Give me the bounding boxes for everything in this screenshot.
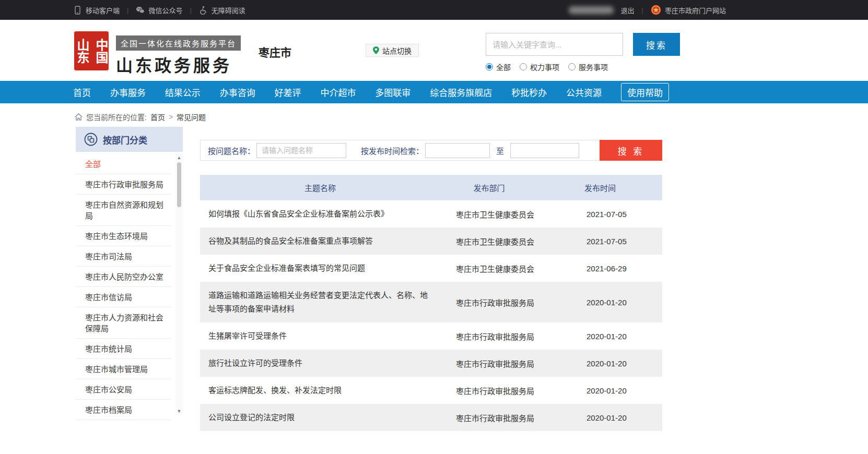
- table-row[interactable]: 公司设立登记的法定时限 枣庄市行政审批服务局 2020-01-20: [200, 404, 662, 431]
- sidebar-header: 按部门分类: [76, 127, 183, 152]
- date-cell: 2021-06-29: [538, 264, 662, 273]
- home-icon: [75, 113, 83, 121]
- nav-item[interactable]: 综合服务旗舰店: [430, 86, 492, 99]
- question-name-input[interactable]: [256, 143, 346, 158]
- sidebar-item[interactable]: 枣庄市自然资源和规划局: [76, 195, 171, 226]
- date-cell: 2020-01-20: [538, 298, 662, 307]
- seal-right-chars: 中国: [93, 39, 109, 64]
- sidebar-item[interactable]: 枣庄市人民防空办公室: [76, 267, 171, 287]
- nav-item[interactable]: 办事服务: [110, 86, 146, 99]
- sidebar-item[interactable]: 枣庄市公安局: [76, 379, 171, 400]
- category-icon: [84, 133, 98, 146]
- nav-item[interactable]: 秒批秒办: [511, 86, 547, 99]
- question-title-link[interactable]: 公司设立登记的法定时限: [200, 404, 440, 431]
- question-title-link[interactable]: 客运标志牌配发、换发、补发法定时限: [200, 377, 440, 404]
- sidebar-item[interactable]: 枣庄市城市管理局: [76, 359, 171, 379]
- scrollbar-thumb[interactable]: [177, 162, 181, 207]
- nav-item[interactable]: 首页: [73, 86, 91, 99]
- national-emblem-icon: [651, 5, 661, 15]
- radio-icon: [520, 63, 527, 70]
- scope-label: 服务事项: [579, 62, 608, 72]
- sidebar-item[interactable]: 枣庄市统计局: [76, 339, 171, 359]
- table-row[interactable]: 旅行社设立许可的受理条件 枣庄市行政审批服务局 2020-01-20: [200, 350, 662, 377]
- question-title-link[interactable]: 旅行社设立许可的受理条件: [200, 350, 440, 377]
- keyword-search-input[interactable]: [486, 33, 623, 56]
- table-row[interactable]: 客运标志牌配发、换发、补发法定时限 枣庄市行政审批服务局 2020-01-20: [200, 377, 662, 404]
- header-search-button[interactable]: 搜索: [633, 33, 680, 56]
- shandong-seal-logo[interactable]: 山东 中国: [73, 30, 110, 71]
- question-title-link[interactable]: 关于食品安全企业标准备案表填写的常见问题: [200, 255, 440, 282]
- wechat-link[interactable]: 微信公众号: [136, 5, 182, 15]
- dept-cell: 枣庄市行政审批服务局: [440, 385, 538, 396]
- sidebar-item[interactable]: 枣庄市司法局: [76, 246, 171, 267]
- nav-item[interactable]: 中介超市: [320, 86, 356, 99]
- breadcrumb-separator: >: [169, 113, 173, 121]
- scope-label: 全部: [496, 62, 511, 72]
- question-title-link[interactable]: 谷物及其制品的食品安全标准备案重点事项解答: [200, 228, 440, 255]
- table-row[interactable]: 如何填报《山东省食品安全企业标准备案前公示表》 枣庄市卫生健康委员会 2021-…: [200, 200, 662, 228]
- dept-cell: 枣庄市卫生健康委员会: [440, 209, 538, 220]
- wechat-label: 微信公众号: [148, 5, 182, 15]
- topbar-separator: |: [190, 6, 191, 14]
- accessibility-label: 无障碍阅读: [212, 5, 245, 15]
- date-to-input[interactable]: [510, 143, 579, 158]
- date-from-input[interactable]: [425, 143, 490, 158]
- table-row[interactable]: 道路运输和道路运输相关业务经营者变更法定代表人、名称、地址等事项的备案申请材料 …: [200, 282, 662, 322]
- table-row[interactable]: 生猪屠宰许可受理条件 枣庄市行政审批服务局 2020-01-20: [200, 322, 662, 350]
- mobile-app-link[interactable]: 移动客户端: [73, 5, 120, 15]
- scroll-up-icon[interactable]: ▲: [177, 154, 182, 161]
- sidebar-item[interactable]: 枣庄市信访局: [76, 287, 171, 307]
- dept-cell: 枣庄市行政审批服务局: [440, 358, 538, 369]
- search-scope-radio[interactable]: 全部: [486, 62, 511, 72]
- dept-cell: 枣庄市卫生健康委员会: [440, 263, 538, 274]
- location-pin-icon: [373, 46, 379, 54]
- nav-item[interactable]: 办事咨询: [220, 86, 255, 99]
- table-row[interactable]: 谷物及其制品的食品安全标准备案重点事项解答 枣庄市卫生健康委员会 2021-07…: [200, 228, 662, 255]
- topbar-separator: |: [127, 6, 128, 14]
- sidebar-item[interactable]: 枣庄市档案局: [76, 400, 171, 420]
- scroll-down-icon[interactable]: ▼: [177, 408, 182, 415]
- filter-bar: 按问题名称： 按发布时间检索： 至 搜 索: [200, 140, 662, 161]
- logout-link[interactable]: 退出: [621, 5, 635, 15]
- portal-link[interactable]: 枣庄市政府门户网站: [651, 5, 726, 15]
- search-scope-radio[interactable]: 服务事项: [568, 62, 608, 72]
- question-title-link[interactable]: 生猪屠宰许可受理条件: [200, 322, 440, 350]
- question-title-link[interactable]: 如何填报《山东省食品安全企业标准备案前公示表》: [200, 200, 440, 228]
- breadcrumb-home-link[interactable]: 首页: [150, 112, 165, 122]
- table-row[interactable]: 关于食品安全企业标准备案表填写的常见问题 枣庄市卫生健康委员会 2021-06-…: [200, 255, 662, 282]
- sidebar-item[interactable]: 枣庄市行政审批服务局: [76, 174, 171, 195]
- radio-icon: [486, 63, 493, 70]
- nav-item[interactable]: 多图联审: [375, 86, 410, 99]
- portal-label: 枣庄市政府门户网站: [665, 5, 726, 15]
- nav-item[interactable]: 公共资源: [566, 86, 602, 99]
- wheelchair-icon: [199, 6, 208, 15]
- question-title-link[interactable]: 道路运输和道路运输相关业务经营者变更法定代表人、名称、地址等事项的备案申请材料: [200, 282, 440, 322]
- nav-item[interactable]: 结果公示: [165, 86, 201, 99]
- publish-date-label: 按发布时间检索：: [361, 145, 424, 156]
- nav-item[interactable]: 使用帮助: [621, 83, 669, 101]
- scope-label: 权力事项: [530, 62, 559, 72]
- accessibility-link[interactable]: 无障碍阅读: [199, 5, 245, 15]
- filter-search-button[interactable]: 搜 索: [600, 140, 662, 161]
- site-title: 山东政务服务: [116, 52, 241, 76]
- site-brand[interactable]: 全国一体化在线政务服务平台 山东政务服务: [116, 35, 241, 76]
- date-cell: 2020-01-20: [538, 359, 662, 368]
- sidebar-item[interactable]: 枣庄市生态环境局: [76, 226, 171, 246]
- dept-cell: 枣庄市行政审批服务局: [440, 297, 538, 308]
- sidebar-item[interactable]: 全部: [76, 154, 171, 174]
- dept-cell: 枣庄市行政审批服务局: [440, 412, 538, 423]
- dept-cell: 枣庄市卫生健康委员会: [440, 236, 538, 247]
- breadcrumb: 您当前所在的位置: 首页 > 常见问题: [75, 112, 868, 122]
- username-redacted: [569, 6, 614, 14]
- sidebar-scrollbar[interactable]: ▲ ▼: [175, 154, 183, 415]
- sidebar-item[interactable]: 枣庄市人力资源和社会保障局: [76, 307, 171, 339]
- radio-icon: [568, 63, 576, 70]
- nav-item[interactable]: 好差评: [275, 86, 301, 99]
- mobile-app-label: 移动客户端: [86, 5, 120, 15]
- site-switch-label: 站点切换: [382, 45, 412, 56]
- table-header-row: 主题名称 发布部门 发布时间: [200, 175, 662, 200]
- breadcrumb-current: 常见问题: [177, 112, 206, 122]
- date-cell: 2020-01-20: [538, 413, 662, 422]
- site-switch-button[interactable]: 站点切换: [366, 44, 419, 57]
- search-scope-radio[interactable]: 权力事项: [520, 62, 559, 72]
